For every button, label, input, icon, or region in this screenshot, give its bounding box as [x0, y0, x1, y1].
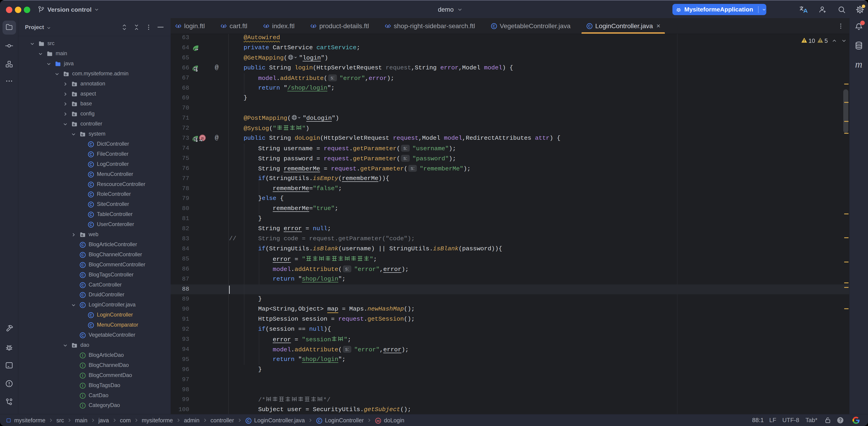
- svg-text:C: C: [90, 223, 92, 227]
- svg-text:C: C: [81, 253, 84, 257]
- svg-text:C: C: [90, 162, 92, 166]
- svg-text:C: C: [90, 173, 92, 177]
- svg-text:C: C: [318, 419, 320, 423]
- svg-text:C: C: [81, 283, 84, 287]
- svg-text:C: C: [81, 333, 84, 337]
- svg-text:C: C: [588, 24, 591, 28]
- svg-text:C: C: [493, 24, 495, 28]
- svg-text:I: I: [82, 364, 83, 368]
- svg-text:I: I: [82, 354, 83, 358]
- svg-text:C: C: [90, 313, 92, 317]
- svg-text:m: m: [376, 419, 380, 423]
- svg-text:C: C: [81, 293, 84, 297]
- svg-text:C: C: [81, 263, 84, 267]
- svg-text:C: C: [247, 419, 250, 423]
- svg-text:I: I: [82, 374, 83, 378]
- svg-text:C: C: [81, 273, 84, 277]
- svg-text:C: C: [90, 153, 92, 156]
- svg-text:C: C: [90, 213, 92, 217]
- svg-text:C: C: [81, 243, 84, 247]
- svg-text:C: C: [81, 303, 84, 307]
- svg-text:C: C: [90, 193, 92, 196]
- svg-text:C: C: [90, 183, 92, 187]
- svg-text:I: I: [82, 394, 83, 398]
- svg-text:I: I: [82, 404, 83, 408]
- svg-text:C: C: [90, 203, 92, 207]
- svg-text:C: C: [90, 324, 92, 327]
- svg-text:C: C: [90, 143, 92, 146]
- svg-text:I: I: [82, 384, 83, 388]
